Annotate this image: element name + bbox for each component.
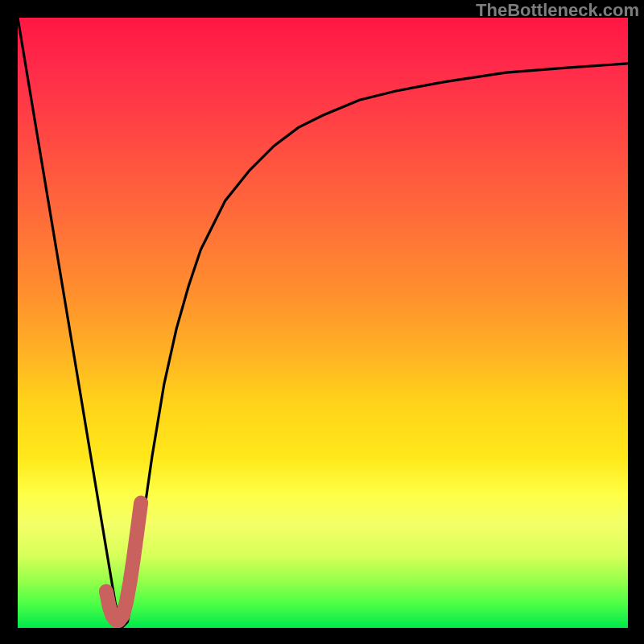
- j-marker: [18, 18, 628, 628]
- plot-area: [18, 18, 628, 628]
- chart-frame: TheBottleneck.com: [0, 0, 644, 644]
- watermark-text: TheBottleneck.com: [476, 0, 639, 21]
